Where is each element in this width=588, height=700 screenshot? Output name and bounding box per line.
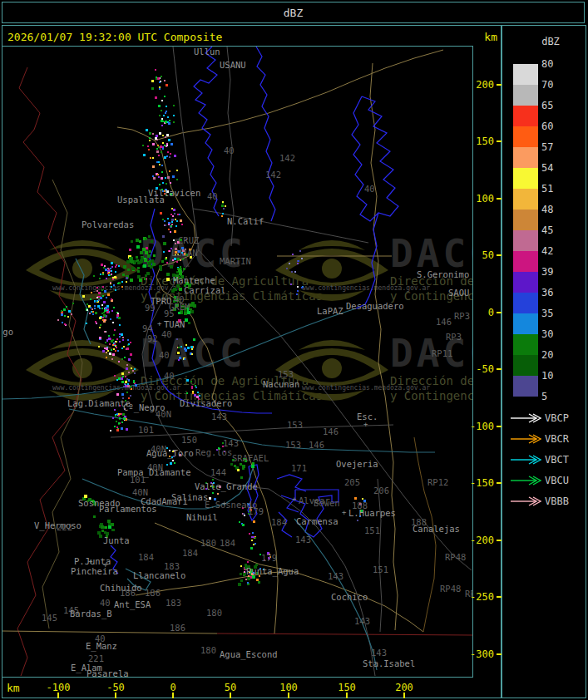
radar-echo-pixel xyxy=(90,298,91,300)
radar-echo-pixel xyxy=(134,368,136,370)
radar-echo-pixel xyxy=(173,115,175,116)
radar-echo-pixel xyxy=(146,272,150,275)
radar-echo-pixel xyxy=(121,348,123,349)
radar-echo-pixel xyxy=(163,251,165,253)
map-place-label: Reg.los xyxy=(195,447,232,457)
radar-echo-pixel xyxy=(294,271,296,273)
radar-echo-pixel xyxy=(191,353,193,355)
radar-echo-pixel xyxy=(225,205,226,207)
map-place-label: 144 xyxy=(210,467,226,477)
radar-echo-pixel xyxy=(151,80,154,82)
map-place-label: 40 xyxy=(161,329,172,339)
radar-echo-pixel xyxy=(174,258,176,260)
radar-echo-pixel xyxy=(61,313,63,316)
radar-echo-pixel xyxy=(159,164,161,165)
map-place-label: 40 xyxy=(207,191,218,201)
radar-echo-pixel xyxy=(244,571,245,573)
radar-echo-pixel xyxy=(122,413,125,416)
radar-echo-pixel xyxy=(155,69,156,71)
radar-echo-pixel xyxy=(127,269,130,271)
map-place-label: 153 xyxy=(287,420,303,430)
radar-echo-pixel xyxy=(162,148,164,150)
radar-echo-pixel xyxy=(158,146,160,148)
radar-echo-pixel xyxy=(135,384,137,387)
radar-echo-pixel xyxy=(122,274,125,276)
radar-map-canvas: DACCDirección de Agriculturay Contingenc… xyxy=(2,47,472,677)
radar-echo-pixel xyxy=(176,261,178,263)
radar-echo-pixel xyxy=(254,543,256,545)
radar-echo-pixel xyxy=(181,224,183,225)
boundary-line xyxy=(217,633,472,635)
radar-echo-pixel xyxy=(90,307,91,308)
radar-echo-pixel xyxy=(106,311,109,313)
radar-echo-pixel xyxy=(99,278,101,279)
radar-echo-pixel xyxy=(159,265,162,269)
radar-echo-pixel xyxy=(158,176,160,178)
map-place-label: CRUZ xyxy=(178,235,199,245)
radar-echo-pixel xyxy=(162,135,164,136)
map-place-label: 180 xyxy=(200,645,216,655)
radar-echo-pixel xyxy=(136,256,138,259)
radar-echo-pixel xyxy=(253,544,254,545)
map-place-label: 143 xyxy=(354,616,370,626)
radar-echo-pixel xyxy=(173,288,176,291)
y-axis-tick xyxy=(497,653,502,655)
radar-echo-pixel xyxy=(130,279,133,282)
map-place-label: RP48 xyxy=(440,584,461,594)
map-place-label: 40 xyxy=(174,294,185,304)
radar-echo-pixel xyxy=(156,135,158,137)
radar-echo-pixel xyxy=(192,391,194,392)
radar-echo-pixel xyxy=(153,254,156,257)
map-place-label: Agua_Escond xyxy=(220,649,278,660)
radar-echo-pixel xyxy=(156,78,157,80)
radar-echo-pixel xyxy=(191,348,193,350)
radar-echo-pixel xyxy=(199,395,200,397)
radar-echo-pixel xyxy=(99,327,101,328)
radar-echo-pixel xyxy=(116,347,117,348)
legend-swatch xyxy=(513,355,538,376)
map-place-label: 184 xyxy=(271,517,287,527)
radar-echo-pixel xyxy=(123,265,126,269)
radar-echo-pixel xyxy=(163,115,165,116)
radar-echo-pixel xyxy=(179,288,182,291)
radar-echo-pixel xyxy=(110,430,111,431)
radar-echo-pixel xyxy=(180,346,182,348)
x-axis-tick-label: 200 xyxy=(386,682,422,693)
radar-echo-pixel xyxy=(292,254,294,255)
radar-echo-pixel xyxy=(159,86,161,88)
map-place-label: Ant_ESA xyxy=(114,599,151,610)
legend-scale-value: 5 xyxy=(541,391,547,402)
radar-echo-pixel xyxy=(150,157,151,159)
radar-echo-pixel xyxy=(116,317,118,318)
radar-echo-pixel xyxy=(63,308,66,311)
radar-echo-pixel xyxy=(123,417,126,420)
y-axis-tick-label: 200 xyxy=(469,79,494,91)
station-cross-marker: + xyxy=(342,508,347,516)
map-place-label: SRAFAEL xyxy=(232,453,269,463)
map-place-label: 179 xyxy=(261,553,277,563)
map-place-label: LUJAN xyxy=(171,248,198,258)
radar-echo-pixel xyxy=(121,421,123,423)
radar-echo-pixel xyxy=(102,286,104,288)
y-axis-tick xyxy=(497,368,502,370)
radar-echo-pixel xyxy=(116,393,119,396)
map-place-label: Desaguadero xyxy=(346,301,404,311)
map-place-label: Ullun xyxy=(194,47,220,57)
y-axis-tick-label: -200 xyxy=(469,535,494,546)
radar-echo-pixel xyxy=(185,344,187,346)
legend-scale-value: 10 xyxy=(541,370,553,382)
legend-swatch xyxy=(513,126,538,147)
radar-echo-pixel xyxy=(301,258,303,259)
radar-echo-pixel xyxy=(139,279,142,282)
radar-echo-pixel xyxy=(106,278,107,279)
y-axis-tick xyxy=(497,426,502,427)
map-place-label: Valle_Grande xyxy=(195,481,258,492)
legend-scale-value: 54 xyxy=(541,162,553,174)
radar-echo-pixel xyxy=(174,230,176,233)
map-place-label: N.Calif xyxy=(227,216,264,226)
radar-echo-pixel xyxy=(111,349,112,351)
radar-echo-pixel xyxy=(169,156,170,158)
radar-echo-pixel xyxy=(102,319,104,321)
radar-echo-pixel xyxy=(130,353,132,356)
radar-echo-pixel xyxy=(100,297,102,299)
